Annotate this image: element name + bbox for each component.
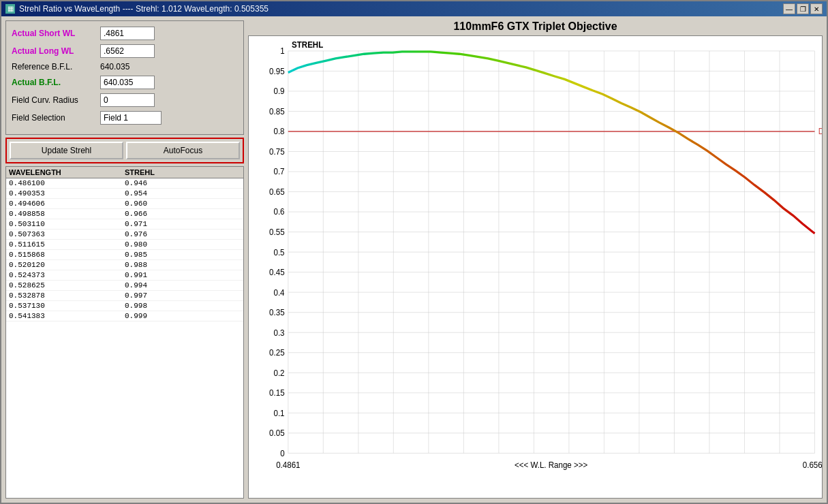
svg-text:<<< W.L. Range >>>: <<< W.L. Range >>> xyxy=(515,460,587,469)
svg-text:STREHL: STREHL xyxy=(292,40,323,49)
svg-text:0.1: 0.1 xyxy=(273,408,284,417)
strehl-cell: 0.966 xyxy=(125,210,241,218)
svg-text:0.3: 0.3 xyxy=(273,328,284,336)
titlebar: ▦ Strehl Ratio vs WaveLength ---- Strehl… xyxy=(1,1,827,16)
svg-text:0.7: 0.7 xyxy=(273,167,284,176)
titlebar-controls[interactable]: — ❐ ✕ xyxy=(783,3,823,14)
svg-text:0.15: 0.15 xyxy=(269,388,285,397)
autofocus-button[interactable]: AutoFocus xyxy=(126,142,240,159)
reference-bfl-row: Reference B.F.L. 640.035 xyxy=(12,62,238,72)
strehl-cell: 0.998 xyxy=(125,302,241,310)
wavelength-cell: 0.490353 xyxy=(9,189,125,198)
table-row: 0.5073630.976 xyxy=(6,230,243,240)
svg-text:0.35: 0.35 xyxy=(269,308,285,317)
maximize-button[interactable]: ❐ xyxy=(797,3,809,14)
wavelength-cell: 0.503110 xyxy=(9,220,125,228)
table-row: 0.5371300.998 xyxy=(6,301,243,311)
svg-text:0.4: 0.4 xyxy=(273,287,284,296)
wavelength-cell: 0.528625 xyxy=(9,281,125,289)
svg-text:0.65: 0.65 xyxy=(269,187,285,196)
actual-bfl-row: Actual B.F.L. xyxy=(12,76,238,89)
strehl-cell: 0.971 xyxy=(125,220,241,228)
wavelength-cell: 0.486100 xyxy=(9,179,125,187)
titlebar-left: ▦ Strehl Ratio vs WaveLength ---- Strehl… xyxy=(5,4,269,14)
reference-bfl-label: Reference B.F.L. xyxy=(12,62,100,72)
chart-svg: 1 0.95 0.9 0.85 0.8 0.75 0.7 0.65 0.6 0.… xyxy=(249,36,822,498)
svg-text:0.2: 0.2 xyxy=(273,368,284,377)
minimize-button[interactable]: — xyxy=(783,3,795,14)
chart-area: STREHL xyxy=(248,35,823,499)
svg-text:0.55: 0.55 xyxy=(269,227,285,236)
table-row: 0.4988580.966 xyxy=(6,209,243,219)
table-row: 0.5328780.997 xyxy=(6,291,243,301)
strehl-cell: 0.997 xyxy=(125,292,241,300)
strehl-cell: 0.946 xyxy=(125,179,241,187)
button-row: Update Strehl AutoFocus xyxy=(5,138,244,163)
actual-short-wl-input[interactable] xyxy=(100,27,155,40)
wavelength-cell: 0.537130 xyxy=(9,302,125,310)
table-row: 0.5413830.999 xyxy=(6,311,243,321)
reference-bfl-value: 640.035 xyxy=(100,62,129,72)
field-select-container: Field 1 Field 2 Field 3 xyxy=(100,111,162,125)
wavelength-cell: 0.532878 xyxy=(9,292,125,300)
svg-text:0.05: 0.05 xyxy=(269,428,285,437)
svg-text:0.75: 0.75 xyxy=(269,147,285,156)
left-panel: Actual Short WL Actual Long WL Reference… xyxy=(5,20,244,499)
chart-title: 110mmF6 GTX Triplet Objective xyxy=(248,20,823,33)
table-header: WAVELENGTH STREHL xyxy=(6,167,243,178)
field-selection-row: Field Selection Field 1 Field 2 Field 3 xyxy=(12,111,238,125)
data-table: WAVELENGTH STREHL 0.4861000.9460.4903530… xyxy=(5,166,244,499)
svg-text:Diff.L: Diff.L xyxy=(818,127,822,136)
strehl-cell: 0.988 xyxy=(125,261,241,269)
strehl-cell: 0.960 xyxy=(125,200,241,208)
wavelength-cell: 0.524373 xyxy=(9,271,125,279)
col-wavelength-header: WAVELENGTH xyxy=(9,168,125,176)
svg-text:0.95: 0.95 xyxy=(269,67,285,76)
table-row: 0.4861000.946 xyxy=(6,178,243,189)
svg-text:0.25: 0.25 xyxy=(269,348,285,357)
wavelength-cell: 0.507363 xyxy=(9,230,125,238)
table-row: 0.5158680.985 xyxy=(6,250,243,260)
svg-text:0: 0 xyxy=(280,449,285,458)
svg-text:0.6562: 0.6562 xyxy=(803,460,822,469)
strehl-cell: 0.994 xyxy=(125,281,241,289)
main-window: ▦ Strehl Ratio vs WaveLength ---- Strehl… xyxy=(0,0,828,504)
form-section: Actual Short WL Actual Long WL Reference… xyxy=(5,20,244,135)
actual-long-wl-input[interactable] xyxy=(100,44,155,58)
table-body[interactable]: 0.4861000.9460.4903530.9540.4946060.9600… xyxy=(6,178,243,369)
actual-bfl-input[interactable] xyxy=(100,76,155,89)
field-selection-dropdown[interactable]: Field 1 Field 2 Field 3 xyxy=(100,111,162,125)
actual-short-wl-row: Actual Short WL xyxy=(12,27,238,40)
main-content: Actual Short WL Actual Long WL Reference… xyxy=(1,16,827,503)
field-curv-label: Field Curv. Radius xyxy=(12,95,100,105)
svg-text:0.5: 0.5 xyxy=(273,247,284,256)
actual-long-wl-label: Actual Long WL xyxy=(12,46,100,56)
wavelength-cell: 0.520120 xyxy=(9,261,125,269)
update-strehl-button[interactable]: Update Strehl xyxy=(10,142,123,159)
table-row: 0.4946060.960 xyxy=(6,199,243,209)
field-curv-input[interactable] xyxy=(100,93,155,107)
close-button[interactable]: ✕ xyxy=(810,3,823,14)
col-strehl-header: STREHL xyxy=(125,168,241,176)
svg-text:0.8: 0.8 xyxy=(273,127,284,136)
strehl-cell: 0.991 xyxy=(125,271,241,279)
strehl-cell: 0.999 xyxy=(125,312,241,320)
actual-short-wl-label: Actual Short WL xyxy=(12,29,100,38)
actual-long-wl-row: Actual Long WL xyxy=(12,44,238,58)
field-curv-row: Field Curv. Radius xyxy=(12,93,238,107)
wavelength-cell: 0.541383 xyxy=(9,312,125,320)
strehl-cell: 0.954 xyxy=(125,189,241,198)
table-row: 0.5286250.994 xyxy=(6,281,243,291)
right-panel: 110mmF6 GTX Triplet Objective STREHL xyxy=(248,20,823,499)
svg-text:0.6: 0.6 xyxy=(273,207,284,216)
table-row: 0.4903530.954 xyxy=(6,189,243,199)
table-row: 0.5243730.991 xyxy=(6,270,243,281)
svg-text:1: 1 xyxy=(280,46,284,55)
strehl-cell: 0.980 xyxy=(125,240,241,249)
wavelength-cell: 0.494606 xyxy=(9,200,125,208)
svg-text:0.85: 0.85 xyxy=(269,107,285,116)
table-row: 0.5031100.971 xyxy=(6,219,243,230)
window-icon: ▦ xyxy=(5,4,15,14)
wavelength-cell: 0.515868 xyxy=(9,251,125,259)
wavelength-cell: 0.511615 xyxy=(9,240,125,249)
